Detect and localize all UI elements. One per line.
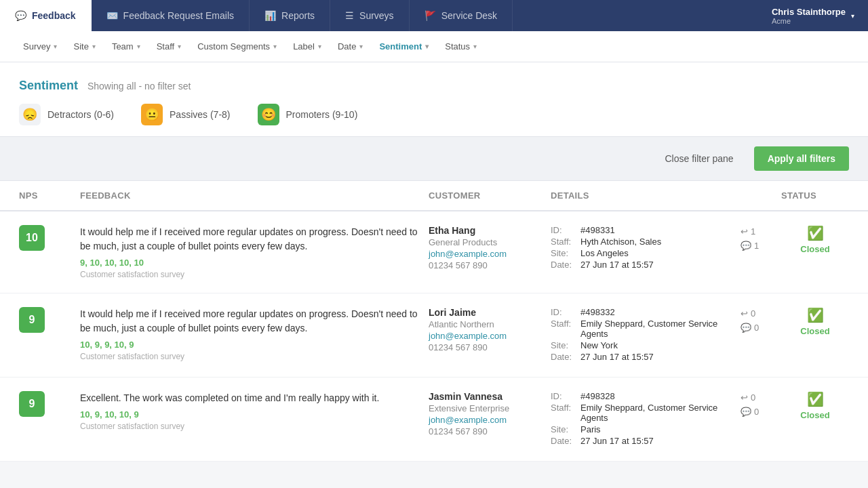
nav-service-desk[interactable]: 🚩 Service Desk bbox=[410, 0, 513, 31]
nps-badge: 9 bbox=[19, 391, 45, 417]
detail-id: #498331 bbox=[580, 225, 615, 235]
filter-staff-label: Staff bbox=[157, 41, 175, 52]
customer-email[interactable]: john@example.com bbox=[429, 249, 551, 259]
status-cell: ✅ Closed bbox=[781, 391, 849, 420]
col-header-nps: NPS bbox=[19, 190, 80, 201]
filter-status-caret-icon: ▾ bbox=[473, 43, 477, 50]
filter-survey[interactable]: Survey ▾ bbox=[16, 37, 64, 56]
detail-date: 27 Jun 17 at 15:57 bbox=[580, 260, 654, 270]
status-label: Closed bbox=[800, 326, 829, 336]
filter-staff[interactable]: Staff ▾ bbox=[150, 37, 189, 56]
detail-date: 27 Jun 17 at 15:57 bbox=[580, 436, 654, 446]
filter-custom-segments[interactable]: Custom Segments ▾ bbox=[191, 37, 283, 56]
customer-name: Jasmin Vannesa bbox=[429, 391, 551, 402]
filter-survey-caret-icon: ▾ bbox=[54, 43, 57, 50]
nps-badge: 9 bbox=[19, 307, 45, 333]
filter-bar: Survey ▾ Site ▾ Team ▾ Staff ▾ Custom Se… bbox=[0, 31, 868, 62]
sentiment-options: 😞 Detractors (0-6) 😐 Passives (7-8) 😊 Pr… bbox=[19, 104, 849, 125]
details-cell: ID:#498332 Staff:Emily Sheppard, Custome… bbox=[551, 307, 741, 363]
site-label: Site: bbox=[551, 248, 578, 258]
feedback-survey: Customer satisfaction survey bbox=[80, 352, 429, 361]
nav-feedback-request-emails[interactable]: ✉️ Feedback Request Emails bbox=[92, 0, 250, 31]
filter-custom-segments-caret-icon: ▾ bbox=[273, 43, 277, 50]
filter-site[interactable]: Site ▾ bbox=[66, 37, 102, 56]
email-icon: ✉️ bbox=[106, 10, 118, 21]
user-menu[interactable]: Chris Stainthorpe Acme ▾ bbox=[758, 0, 868, 31]
comment-count: 💬1 bbox=[741, 241, 781, 251]
filter-site-label: Site bbox=[73, 41, 88, 52]
nav-service-desk-label: Service Desk bbox=[441, 10, 497, 21]
customer-company: Atlantic Northern bbox=[429, 319, 551, 329]
detail-site: New York bbox=[580, 340, 618, 350]
nav-surveys-label: Surveys bbox=[359, 10, 394, 21]
nav-reports[interactable]: 📊 Reports bbox=[250, 0, 330, 31]
detail-site: Los Angeles bbox=[580, 248, 629, 258]
table-row: 9 It would help me if I received more re… bbox=[0, 293, 868, 378]
comment-icon: 💬 bbox=[741, 407, 751, 417]
surveys-icon: ☰ bbox=[345, 10, 354, 21]
passive-icon: 😐 bbox=[141, 104, 163, 125]
table-row: 10 It would help me if I received more r… bbox=[0, 211, 868, 293]
id-label: ID: bbox=[551, 307, 578, 317]
filter-sentiment[interactable]: Sentiment ▾ bbox=[372, 37, 435, 56]
filter-sentiment-caret-icon: ▾ bbox=[425, 43, 429, 50]
customer-name: Etha Hang bbox=[429, 225, 551, 236]
status-cell: ✅ Closed bbox=[781, 225, 849, 254]
customer-company: Extensive Enterprise bbox=[429, 403, 551, 413]
reply-icon: ↩ bbox=[741, 308, 748, 319]
nps-cell: 10 bbox=[19, 225, 80, 251]
filter-date[interactable]: Date ▾ bbox=[331, 37, 370, 56]
detail-staff: Hyth Atchison, Sales bbox=[580, 237, 661, 247]
detractor-icon: 😞 bbox=[19, 104, 41, 125]
comment-count: 💬0 bbox=[741, 407, 781, 417]
sentiment-section-title: Sentiment bbox=[19, 79, 78, 92]
comment-icon: 💬 bbox=[741, 241, 751, 251]
customer-phone: 01234 567 890 bbox=[429, 426, 551, 436]
reply-icon: ↩ bbox=[741, 392, 748, 403]
col-header-status: Status bbox=[781, 190, 849, 201]
reply-icon: ↩ bbox=[741, 226, 748, 237]
comment-count-value: 0 bbox=[754, 407, 759, 417]
close-filter-pane-button[interactable]: Close filter pane bbox=[654, 148, 744, 169]
staff-label: Staff: bbox=[551, 403, 578, 423]
reply-count-value: 1 bbox=[751, 226, 755, 237]
customer-cell: Jasmin Vannesa Extensive Enterprise john… bbox=[429, 391, 551, 436]
nav-surveys[interactable]: ☰ Surveys bbox=[330, 0, 410, 31]
actions-cell: ↩0 💬0 bbox=[741, 307, 781, 333]
reply-count: ↩0 bbox=[741, 392, 781, 403]
filter-staff-caret-icon: ▾ bbox=[178, 43, 181, 50]
sentiment-promoter[interactable]: 😊 Promoters (9-10) bbox=[258, 104, 358, 125]
filter-team[interactable]: Team ▾ bbox=[105, 37, 147, 56]
customer-email[interactable]: john@example.com bbox=[429, 331, 551, 341]
filter-custom-segments-label: Custom Segments bbox=[197, 41, 270, 52]
filter-action-bar: Close filter pane Apply all filters bbox=[0, 137, 868, 181]
sentiment-passive[interactable]: 😐 Passives (7-8) bbox=[141, 104, 230, 125]
filter-label[interactable]: Label ▾ bbox=[286, 37, 328, 56]
feedback-text: It would help me if I received more regu… bbox=[80, 307, 429, 336]
customer-phone: 01234 567 890 bbox=[429, 260, 551, 270]
filter-label-label: Label bbox=[293, 41, 315, 52]
nps-badge: 10 bbox=[19, 225, 45, 251]
comment-count-value: 0 bbox=[754, 323, 759, 333]
comment-count-value: 1 bbox=[754, 241, 759, 251]
detractor-label: Detractors (0-6) bbox=[47, 109, 114, 120]
feedback-text: It would help me if I received more regu… bbox=[80, 225, 429, 253]
status-label: Closed bbox=[800, 410, 829, 420]
filter-date-caret-icon: ▾ bbox=[359, 43, 363, 50]
promoter-icon: 😊 bbox=[258, 104, 279, 125]
comment-count: 💬0 bbox=[741, 323, 781, 333]
staff-label: Staff: bbox=[551, 237, 578, 247]
nav-feedback[interactable]: 💬 Feedback bbox=[0, 0, 92, 31]
feedback-cell: Excellent. The work was completed on tim… bbox=[80, 391, 429, 431]
table-header: NPS Feedback Customer Details Status bbox=[0, 181, 868, 211]
nav-feedback-request-emails-label: Feedback Request Emails bbox=[123, 10, 234, 21]
passive-label: Passives (7-8) bbox=[170, 109, 230, 120]
filter-team-caret-icon: ▾ bbox=[137, 43, 140, 50]
apply-all-filters-button[interactable]: Apply all filters bbox=[754, 146, 849, 171]
filter-status[interactable]: Status ▾ bbox=[438, 37, 484, 56]
filter-label-caret-icon: ▾ bbox=[318, 43, 321, 50]
promoter-label: Promoters (9-10) bbox=[286, 109, 358, 120]
customer-email[interactable]: john@example.com bbox=[429, 415, 551, 425]
sentiment-detractor[interactable]: 😞 Detractors (0-6) bbox=[19, 104, 114, 125]
feedback-cell: It would help me if I received more regu… bbox=[80, 225, 429, 279]
